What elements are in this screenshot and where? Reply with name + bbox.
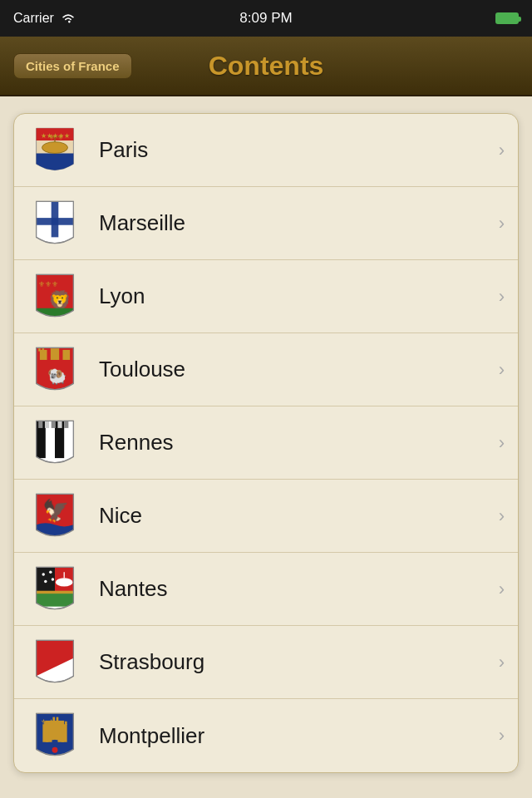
- coat-of-arms-nice: 🦅: [27, 489, 82, 544]
- chevron-montpellier: ›: [499, 725, 505, 746]
- list-item[interactable]: ⚜⚜⚜ 🦁 Lyon ›: [14, 260, 518, 333]
- svg-rect-27: [40, 349, 47, 359]
- svg-rect-51: [37, 590, 74, 593]
- svg-rect-31: [42, 348, 45, 351]
- list-item[interactable]: Rennes ›: [14, 406, 518, 480]
- svg-rect-60: [65, 722, 67, 725]
- chevron-nantes: ›: [499, 579, 505, 600]
- svg-rect-39: [57, 421, 62, 428]
- main-content: Méridien Cercle Tropique Pôle ⚜: [0, 96, 532, 798]
- coat-of-arms-strasbourg: [27, 635, 82, 690]
- list-item[interactable]: Marseille ›: [14, 187, 518, 260]
- status-time: 8:09 PM: [239, 10, 292, 27]
- svg-rect-54: [62, 724, 67, 742]
- svg-point-43: [42, 573, 45, 575]
- coat-of-arms-lyon: ⚜⚜⚜ 🦁: [27, 269, 82, 324]
- svg-rect-30: [38, 348, 41, 351]
- svg-rect-58: [57, 717, 59, 722]
- city-name-montpellier: Montpellier: [99, 723, 492, 749]
- svg-point-45: [44, 579, 47, 582]
- svg-point-48: [56, 578, 73, 586]
- chevron-paris: ›: [499, 140, 505, 161]
- coat-of-arms-paris: ⚜ ⚜ ★★★★★: [27, 123, 82, 178]
- list-item[interactable]: Nantes ›: [14, 553, 518, 626]
- city-list: ⚜ ⚜ ★★★★★ Paris › Mar: [13, 113, 519, 773]
- svg-text:🦅: 🦅: [42, 497, 70, 523]
- city-name-nantes: Nantes: [99, 576, 492, 602]
- list-item[interactable]: ⚜ ⚜ ★★★★★ Paris ›: [14, 114, 518, 187]
- list-item[interactable]: ⚜ ⚜ Montpellier ›: [14, 699, 518, 772]
- coat-of-arms-nantes: [27, 562, 82, 617]
- svg-rect-29: [62, 349, 70, 359]
- coat-of-arms-rennes: [27, 416, 82, 470]
- back-button[interactable]: Cities of France: [13, 53, 132, 79]
- coat-of-arms-montpellier: ⚜ ⚜: [27, 708, 82, 763]
- city-name-toulouse: Toulouse: [99, 357, 492, 382]
- carrier-info: Carrier: [13, 11, 76, 26]
- svg-text:★★★★★: ★★★★★: [41, 131, 70, 139]
- svg-rect-50: [37, 592, 74, 606]
- svg-rect-37: [45, 421, 49, 428]
- status-bar: Carrier 8:09 PM: [0, 0, 532, 37]
- city-name-paris: Paris: [99, 137, 492, 163]
- list-item[interactable]: 🐏 Toulouse ›: [14, 333, 518, 406]
- city-name-rennes: Rennes: [99, 430, 492, 456]
- svg-rect-61: [52, 740, 58, 744]
- svg-rect-38: [52, 421, 56, 428]
- chevron-marseille: ›: [499, 213, 505, 234]
- city-name-nice: Nice: [99, 503, 492, 529]
- chevron-rennes: ›: [499, 432, 505, 454]
- svg-rect-28: [51, 348, 59, 360]
- wifi-icon: [61, 12, 76, 24]
- city-name-lyon: Lyon: [99, 283, 492, 309]
- svg-point-17: [42, 141, 68, 153]
- svg-text:⚜ ⚜: ⚜ ⚜: [41, 718, 54, 726]
- city-name-marseille: Marseille: [99, 210, 492, 236]
- list-item[interactable]: 🦅 Nice ›: [14, 480, 518, 553]
- battery-area: [495, 12, 519, 24]
- nav-bar: Cities of France Contents: [0, 37, 532, 96]
- chevron-lyon: ›: [499, 286, 505, 308]
- page-title: Contents: [209, 51, 324, 81]
- svg-rect-24: [37, 218, 74, 225]
- svg-text:⚜⚜⚜: ⚜⚜⚜: [38, 278, 58, 288]
- battery-icon: [495, 12, 519, 24]
- coat-of-arms-marseille: [27, 196, 82, 251]
- chevron-toulouse: ›: [499, 359, 505, 381]
- list-item[interactable]: Strasbourg ›: [14, 626, 518, 699]
- city-name-strasbourg: Strasbourg: [99, 649, 492, 675]
- svg-rect-59: [62, 722, 64, 725]
- svg-rect-53: [42, 724, 48, 742]
- svg-rect-40: [64, 421, 68, 428]
- carrier-label: Carrier: [13, 11, 54, 26]
- chevron-nice: ›: [499, 505, 505, 527]
- coat-of-arms-toulouse: 🐏: [27, 342, 82, 397]
- svg-point-46: [52, 578, 54, 580]
- chevron-strasbourg: ›: [499, 652, 505, 673]
- svg-point-44: [49, 570, 52, 573]
- svg-rect-36: [38, 421, 42, 428]
- svg-text:🐏: 🐏: [47, 366, 67, 385]
- svg-point-63: [52, 747, 58, 753]
